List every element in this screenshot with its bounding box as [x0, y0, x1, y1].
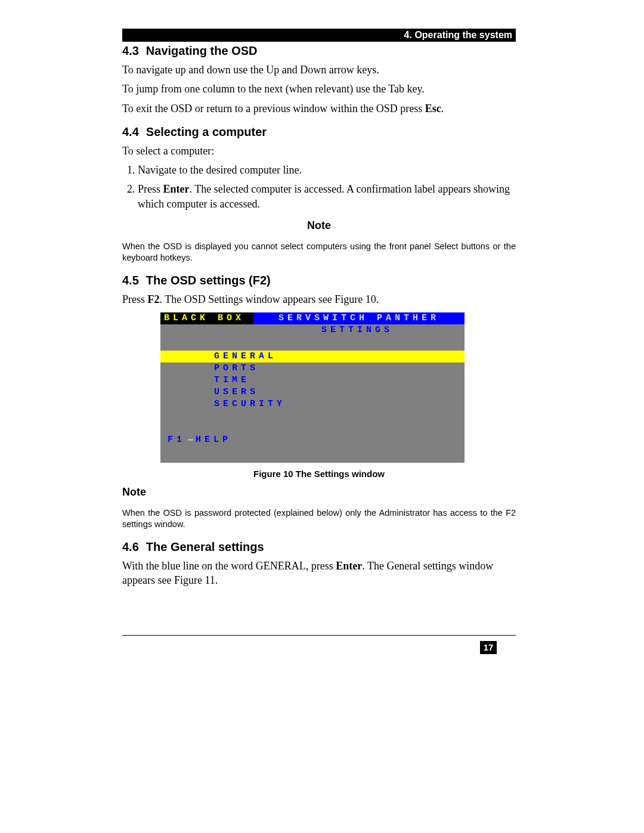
step-2: Press Enter. The selected computer is ac… [138, 182, 516, 211]
section-number: 4.3 [122, 44, 139, 58]
text-run: With the blue line on the word GENERAL, … [122, 560, 336, 572]
page-number: 17 [480, 641, 497, 654]
osd-subtitle: SETTINGS [250, 324, 465, 336]
figure-caption: Figure 10 The Settings window [122, 469, 516, 479]
chapter-title: 4. Operating the system [404, 30, 512, 41]
paragraph: To select a computer: [122, 144, 516, 158]
paragraph: With the blue line on the word GENERAL, … [122, 559, 516, 588]
dash-icon: — [188, 435, 193, 445]
osd-title: SERVSWITCH PANTHER [253, 312, 465, 324]
section-4-5-heading: 4.5The OSD settings (F2) [122, 274, 516, 287]
figure-10: BLACK BOX SERVSWITCH PANTHER SETTINGS GE… [160, 312, 465, 479]
keyword-enter: Enter [336, 560, 362, 572]
text-run: Press [138, 183, 163, 195]
paragraph: To navigate up and down use the Up and D… [122, 63, 516, 77]
page-footer: 17 [122, 635, 516, 654]
text-run: Press [122, 293, 148, 305]
osd-footer: F1—HELP [160, 434, 465, 446]
osd-header-row: BLACK BOX SERVSWITCH PANTHER [160, 312, 465, 324]
section-4-6-heading: 4.6The General settings [122, 540, 516, 554]
note-body: When the OSD is password protected (expl… [122, 507, 516, 531]
section-title-text: Selecting a computer [146, 125, 267, 138]
osd-footer-label: HELP [196, 435, 231, 445]
text-run: . The selected computer is accessed. A c… [138, 183, 510, 209]
section-4-3-heading: 4.3Navigating the OSD [122, 44, 516, 58]
paragraph: Press F2. The OSD Settings window appear… [122, 292, 516, 306]
osd-subheader-row: SETTINGS [160, 324, 465, 336]
section-number: 4.5 [122, 274, 139, 287]
footer-rule [122, 635, 516, 636]
osd-spacer [160, 410, 465, 434]
text-run: . The OSD Settings window appears see Fi… [160, 293, 379, 305]
chapter-header-band: 4. Operating the system [122, 29, 516, 42]
paragraph: To exit the OSD or return to a previous … [122, 101, 516, 116]
section-number: 4.4 [122, 125, 139, 139]
note-heading-left: Note [122, 486, 516, 498]
section-number: 4.6 [122, 540, 139, 554]
keyword-f2: F2 [148, 293, 160, 305]
document-page: 4. Operating the system 4.3Navigating th… [122, 29, 516, 654]
ordered-steps: Navigate to the desired computer line. P… [122, 163, 516, 211]
section-title-text: Navigating the OSD [146, 44, 258, 57]
step-1: Navigate to the desired computer line. [138, 163, 516, 177]
keyword-esc: Esc [425, 103, 441, 114]
osd-spacer [160, 336, 465, 351]
osd-menu-item-time: TIME [214, 374, 465, 386]
osd-menu-item-ports: PORTS [214, 363, 465, 374]
section-title-text: The OSD settings (F2) [146, 274, 271, 287]
text-run: To exit the OSD or return to a previous … [122, 103, 425, 114]
text-run: . [441, 103, 444, 114]
note-body: When the OSD is displayed you cannot sel… [122, 241, 516, 264]
section-4-4-heading: 4.4Selecting a computer [122, 125, 516, 139]
osd-menu-item-users: USERS [214, 386, 465, 398]
osd-menu-item-general: GENERAL [160, 351, 465, 363]
keyword-enter: Enter [163, 183, 190, 195]
osd-footer-key: F1 [168, 435, 185, 445]
osd-brand: BLACK BOX [160, 312, 253, 324]
osd-menu-item-security: SECURITY [214, 398, 465, 410]
note-heading-center: Note [122, 219, 516, 232]
paragraph: To jump from one column to the next (whe… [122, 82, 516, 96]
osd-window: BLACK BOX SERVSWITCH PANTHER SETTINGS GE… [160, 312, 465, 463]
section-title-text: The General settings [146, 540, 264, 553]
osd-brand-under [160, 324, 250, 336]
osd-menu: GENERAL PORTS TIME USERS SECURITY [160, 351, 465, 410]
osd-spacer [160, 446, 465, 463]
